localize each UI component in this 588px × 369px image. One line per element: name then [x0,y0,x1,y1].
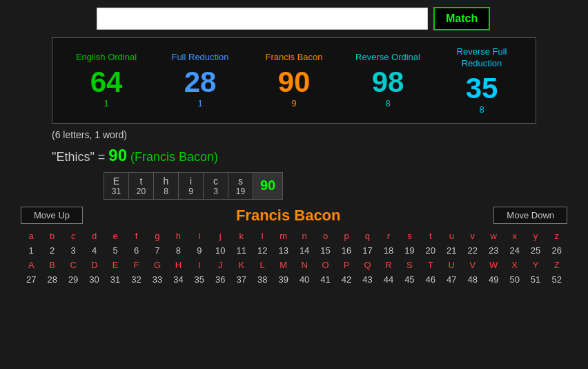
alpha-lower-o: o [315,229,335,243]
alpha-upper-O: O [315,258,335,272]
alpha-lower-s: s [399,229,420,243]
cipher-value-full-reduction: 28 [166,68,235,97]
alpha-lower-r: r [378,229,399,243]
alpha-lower-l: l [252,229,273,243]
alpha-upper-val-15: 42 [336,272,357,287]
results-box: English Ordinal641Full Reduction281Franc… [52,37,536,124]
cipher-col-reverse-full-reduction: Reverse FullReduction358 [447,46,516,115]
letter-total: 90 [253,173,282,199]
alpha-lower-w: w [483,229,504,243]
alpha-lower-c: c [63,229,84,243]
letter-cell-0: E31 [104,173,129,199]
move-up-button[interactable]: Move Up [21,207,83,224]
alpha-upper-C: C [63,258,84,272]
alpha-lower-val-12: 13 [273,243,293,258]
letter-cell-3: i9 [179,173,204,199]
cipher-table-section: Move Up Francis Bacon Move Down abcdefgh… [21,207,567,287]
alpha-upper-val-25: 52 [546,272,567,287]
letter-char-5: s [234,176,247,187]
alpha-upper-val-21: 48 [462,272,483,287]
alpha-upper-val-16: 43 [357,272,378,287]
alpha-upper-B: B [41,258,62,272]
alpha-lower-val-7: 8 [168,243,188,258]
alpha-upper-val-14: 41 [315,272,335,287]
alpha-lower-val-14: 15 [315,243,335,258]
equation-equals: = [98,150,109,164]
alpha-upper-val-19: 46 [420,272,441,287]
move-down-button[interactable]: Move Down [493,207,567,224]
alpha-lower-q: q [357,229,378,243]
alpha-lower-val-24: 25 [525,243,546,258]
alpha-upper-S: S [399,258,420,272]
alpha-upper-val-0: 27 [21,272,41,287]
alpha-lower-val-21: 22 [462,243,483,258]
alpha-lower-d: d [84,229,104,243]
cipher-value-reverse-full-reduction: 35 [447,74,516,103]
cipher-value-reverse-ordinal: 98 [353,68,422,97]
cipher-label-francis-bacon: Francis Bacon [259,52,329,64]
alpha-upper-Q: Q [357,258,378,272]
cipher-col-reverse-ordinal: Reverse Ordinal988 [353,52,422,108]
equation-number: 90 [108,146,127,164]
alpha-upper-val-4: 31 [105,272,126,287]
alpha-upper-val-17: 44 [378,272,399,287]
letter-breakdown: E31t20h8i9c3s1990 [104,172,283,200]
cipher-table-header: Move Up Francis Bacon Move Down [21,207,567,225]
letter-cell-2: h8 [154,173,179,199]
alpha-upper-W: W [483,258,504,272]
cipher-label-full-reduction: Full Reduction [166,52,235,64]
alpha-lower-val-11: 12 [252,243,273,258]
alpha-lower-y: y [525,229,546,243]
alpha-lower-val-1: 2 [41,243,62,258]
alpha-lower-val-19: 20 [420,243,441,258]
letter-value-3: 9 [184,187,197,196]
alpha-upper-X: X [504,258,525,272]
cipher-sub-francis-bacon: 9 [259,98,329,108]
alpha-lower-k: k [231,229,252,243]
alpha-upper-L: L [252,258,273,272]
letter-cell-5: s19 [228,173,253,199]
letter-value-5: 19 [234,187,247,196]
alpha-lower-m: m [273,229,293,243]
alpha-lower-val-0: 1 [21,243,41,258]
alpha-lower-val-2: 3 [63,243,84,258]
alpha-lower-val-23: 24 [504,243,525,258]
alpha-upper-H: H [168,258,188,272]
alpha-upper-val-23: 50 [504,272,525,287]
alpha-upper-J: J [210,258,231,272]
cipher-label-reverse-full-reduction: Reverse FullReduction [447,46,516,70]
alpha-lower-t: t [420,229,441,243]
alpha-upper-Y: Y [525,258,546,272]
alpha-upper-val-2: 29 [63,272,84,287]
cipher-sub-full-reduction: 1 [166,98,235,108]
alpha-upper-P: P [336,258,357,272]
cipher-col-francis-bacon: Francis Bacon909 [259,52,329,108]
alpha-upper-val-11: 38 [252,272,273,287]
alpha-lower-val-16: 17 [357,243,378,258]
equation-cipher: (Francis Bacon) [130,150,218,164]
alpha-upper-val-9: 36 [210,272,231,287]
alpha-upper-val-1: 28 [41,272,62,287]
alpha-lower-i: i [189,229,210,243]
letter-cell-4: c3 [204,173,228,199]
letter-value-2: 8 [159,187,173,196]
letter-value-1: 20 [135,187,148,196]
match-button[interactable]: Match [433,7,490,30]
alpha-lower-val-22: 23 [483,243,504,258]
alpha-upper-G: G [147,258,168,272]
alpha-lower-val-13: 14 [294,243,315,258]
letter-char-1: t [135,176,148,187]
alpha-upper-val-13: 40 [294,272,315,287]
letter-cell-1: t20 [129,173,154,199]
alpha-upper-A: A [21,258,41,272]
alpha-lower-g: g [147,229,168,243]
alpha-lower-val-18: 19 [399,243,420,258]
cipher-sub-reverse-full-reduction: 8 [447,104,516,115]
alpha-upper-val-3: 30 [84,272,104,287]
search-input[interactable]: Ethics [97,8,428,30]
letter-value-0: 31 [110,187,123,196]
alpha-lower-b: b [41,229,62,243]
alpha-lower-val-8: 9 [189,243,210,258]
letter-char-0: E [110,176,123,187]
alpha-upper-U: U [441,258,462,272]
